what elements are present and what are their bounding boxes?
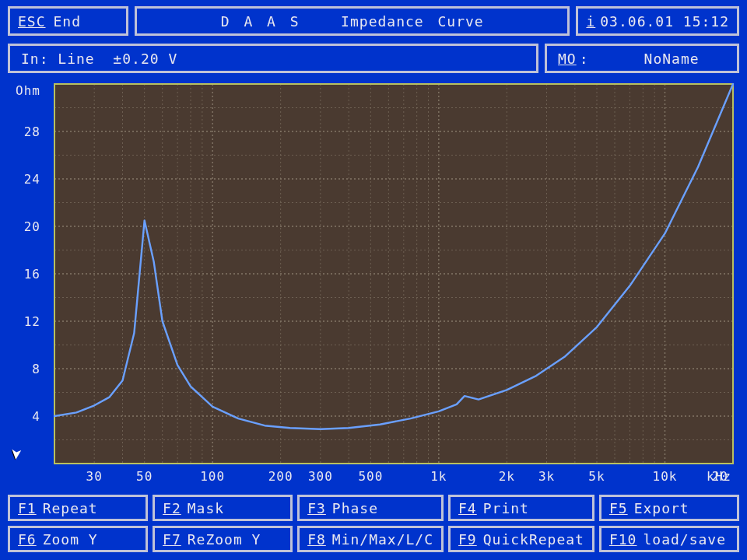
fkey-label: Print [483,500,529,516]
svg-text:28: 28 [24,124,40,139]
title-text: D A A S Impedance Curve [221,13,484,30]
esc-action-label: End [54,13,82,30]
fkey-f2[interactable]: F2Mask [153,495,293,521]
fkey-label: Min/Max/L/C [332,531,433,548]
fkey-f3[interactable]: F3Phase [297,495,444,521]
fkey-key: F4 [458,500,477,516]
fkey-label: QuickRepeat [483,531,584,548]
fkey-f10[interactable]: F10load/save [599,526,739,552]
svg-text:2k: 2k [499,469,515,484]
fkey-f8[interactable]: F8Min/Max/L/C [297,526,444,552]
fkey-f7[interactable]: F7ReZoom Y [153,526,293,552]
svg-text:3k: 3k [538,469,555,484]
esc-key-label: ESC [18,13,46,30]
fkey-f4[interactable]: F4Print [448,495,594,521]
svg-text:10k: 10k [653,469,678,484]
svg-text:12: 12 [24,314,40,329]
mo-value: NoName [644,51,700,67]
input-status: In: Line ±0.20 V [8,44,538,73]
svg-text:Ohm: Ohm [16,83,40,98]
fkey-key: F7 [163,531,181,548]
svg-text:8: 8 [32,362,40,376]
svg-text:100: 100 [200,469,225,484]
fkey-label: Zoom Y [43,531,98,548]
fkey-f1[interactable]: F1Repeat [8,495,148,521]
svg-text:4: 4 [32,409,40,424]
fkey-f9[interactable]: F9QuickRepeat [448,526,594,552]
svg-text:500: 500 [358,469,383,484]
fkey-label: Mask [188,500,224,516]
svg-text:20: 20 [24,219,40,234]
svg-text:5k: 5k [588,469,605,484]
fkey-label: Export [634,500,689,516]
fkey-key: F2 [163,500,181,516]
svg-text:30: 30 [86,469,103,484]
fkey-key: F10 [609,531,637,548]
esc-button[interactable]: ESC End [8,6,128,36]
svg-text:24: 24 [24,172,40,187]
fkey-label: Phase [332,500,378,516]
input-status-text: In: Line ±0.20 V [21,51,177,67]
svg-text:1k: 1k [430,469,447,484]
measurement-object[interactable]: MO: NoName [545,44,739,73]
fkey-label: ReZoom Y [188,531,261,548]
fkey-f5[interactable]: F5Export [599,495,739,521]
fkey-label: Repeat [43,500,98,516]
info-key: i [586,13,595,30]
window-title: D A A S Impedance Curve [135,6,570,36]
datetime: 03.06.01 15:12 [600,13,729,30]
svg-text:300: 300 [308,469,333,484]
fkey-f6[interactable]: F6Zoom Y [8,526,148,552]
svg-text:16: 16 [24,267,40,282]
fkey-key: F5 [609,500,628,516]
mo-key: MO [558,51,577,67]
fkey-key: F3 [307,500,326,516]
svg-text:50: 50 [136,469,153,484]
impedance-plot[interactable]: Ohm28242016128430501002003005001k2k3k5k1… [8,81,739,487]
fkey-key: F9 [458,531,477,548]
svg-text:200: 200 [268,469,293,484]
fkey-key: F6 [18,531,37,548]
fkey-key: F1 [18,500,37,516]
clock-button[interactable]: i 03.06.01 15:12 [576,6,739,36]
fkey-key: F8 [307,531,326,548]
svg-text:kHz: kHz [707,469,731,484]
fkey-label: load/save [643,531,726,548]
